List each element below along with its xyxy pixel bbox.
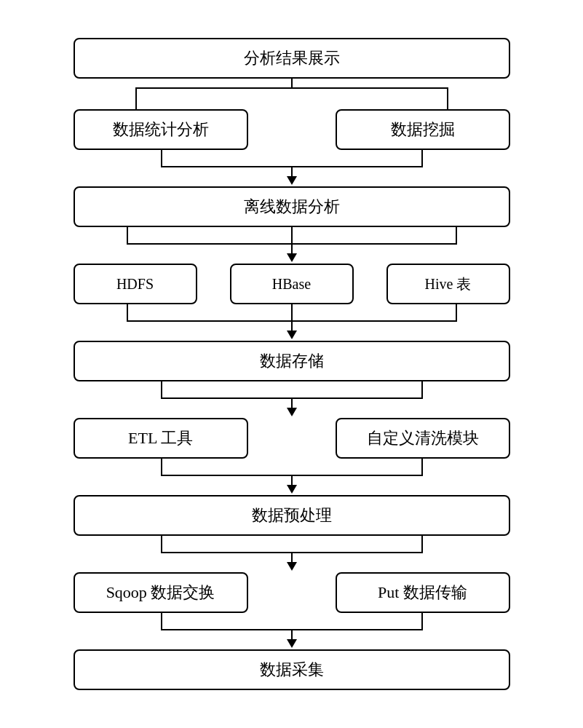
label-hdfs: HDFS [116, 276, 154, 293]
label-etl: ETL 工具 [128, 427, 193, 449]
label-data-collect: 数据采集 [260, 659, 324, 681]
label-custom-wash: 自定义清洗模块 [367, 427, 479, 449]
box-hive: Hive 表 [386, 264, 510, 304]
label-stat-analysis: 数据统计分析 [113, 119, 209, 141]
connector-7-8 [74, 79, 510, 109]
label-data-mining: 数据挖掘 [391, 119, 455, 141]
label-analysis-result: 分析结果展示 [244, 47, 340, 69]
box-analysis-result: 分析结果展示 [74, 38, 510, 79]
connector-4-5 [74, 304, 510, 341]
box-stat-analysis: 数据统计分析 [74, 109, 248, 150]
row-level7: 数据统计分析 数据挖掘 [74, 109, 510, 150]
label-data-storage: 数据存储 [260, 350, 324, 372]
connector-1-2 [74, 536, 510, 572]
connector-3-4 [74, 381, 510, 418]
box-data-preprocess: 数据预处理 [74, 495, 510, 536]
label-hive: Hive 表 [425, 274, 472, 294]
label-hbase: HBase [272, 276, 311, 293]
label-put: Put 数据传输 [378, 582, 467, 604]
box-custom-wash: 自定义清洗模块 [336, 418, 510, 459]
box-put: Put 数据传输 [336, 572, 510, 613]
row-level3: ETL 工具 自定义清洗模块 [74, 418, 510, 459]
connector-6-7 [74, 150, 510, 186]
connector-0-1 [74, 613, 510, 649]
row-level1: Sqoop 数据交换 Put 数据传输 [74, 572, 510, 613]
box-etl: ETL 工具 [74, 418, 248, 459]
label-data-preprocess: 数据预处理 [252, 505, 332, 526]
box-hbase: HBase [230, 264, 354, 304]
box-hdfs: HDFS [74, 264, 197, 304]
row-level5: HDFS HBase Hive 表 [74, 264, 510, 304]
box-data-collect: 数据采集 [74, 649, 510, 690]
connector-2-3 [74, 459, 510, 495]
box-sqoop: Sqoop 数据交换 [74, 572, 248, 613]
label-sqoop: Sqoop 数据交换 [106, 582, 215, 604]
label-offline-analysis: 离线数据分析 [244, 196, 340, 218]
architecture-diagram: 分析结果展示 数据统计分析 数据挖掘 [30, 16, 554, 712]
box-data-mining: 数据挖掘 [336, 109, 510, 150]
box-data-storage: 数据存储 [74, 341, 510, 381]
box-offline-analysis: 离线数据分析 [74, 186, 510, 227]
connector-5-6 [74, 227, 510, 264]
